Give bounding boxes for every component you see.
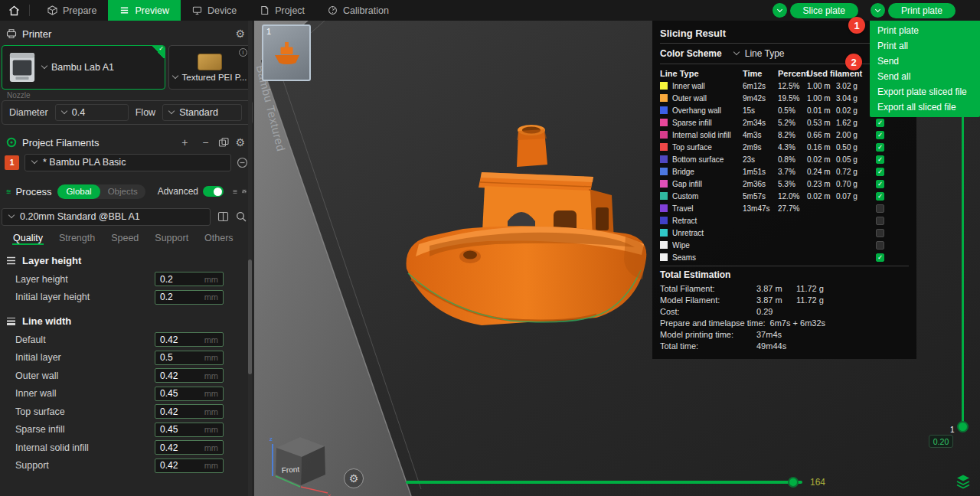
line-type-swatch: [660, 229, 668, 237]
line-type-name: Retract: [672, 217, 743, 225]
total-estimation-row: Cost: 0.29: [660, 305, 909, 317]
param-input[interactable]: 0.45 mm: [155, 423, 224, 437]
filament-select[interactable]: * Bambu PLA Basic: [24, 154, 231, 171]
print-menu-item[interactable]: Print all: [870, 38, 980, 54]
diameter-select[interactable]: 0.4: [55, 104, 129, 121]
tab-device[interactable]: Device: [181, 0, 248, 21]
process-tab-label: Others: [204, 233, 234, 243]
estimation-value-1: 6m7s + 6m32s: [770, 318, 825, 328]
param-input[interactable]: 0.42 mm: [155, 458, 224, 473]
process-tab[interactable]: Others: [198, 230, 240, 246]
slice-plate-button[interactable]: Slice plate: [790, 3, 858, 18]
tab-prepare[interactable]: Prepare: [36, 0, 108, 21]
line-type-checkbox[interactable]: ✓: [876, 155, 884, 164]
param-value: 0.2: [160, 274, 201, 285]
filament-name: * Bambu PLA Basic: [43, 157, 126, 168]
print-menu-item[interactable]: Send: [870, 54, 980, 69]
line-type-checkbox[interactable]: ✓: [876, 119, 884, 127]
estimation-value-1: 3.87 m: [756, 284, 796, 293]
process-tab[interactable]: Support: [148, 230, 195, 246]
line-type-length: 0.16 m: [807, 143, 836, 152]
layer-slider-handle[interactable]: [957, 421, 969, 432]
tab-project-label: Project: [275, 5, 305, 16]
add-filament-icon[interactable]: +: [177, 137, 192, 148]
printer-select[interactable]: ✓ Bambu Lab A1: [2, 45, 165, 90]
minus-circle-icon[interactable]: [237, 157, 248, 168]
line-type-checkbox[interactable]: ✓: [876, 131, 884, 139]
tab-calibration[interactable]: Calibration: [316, 0, 400, 21]
view-settings-button[interactable]: ⚙: [344, 468, 364, 488]
compare-preset-icon[interactable]: [217, 211, 229, 222]
estimation-value-1: 3.87 m: [756, 295, 796, 305]
list-icon[interactable]: [233, 188, 237, 196]
advanced-toggle[interactable]: [203, 186, 224, 197]
navigation-cube[interactable]: Front z x: [266, 427, 332, 496]
line-type-percent: 0.8%: [778, 155, 807, 164]
print-menu-item[interactable]: Print plate: [870, 23, 980, 38]
flow-select[interactable]: Standard: [162, 104, 242, 121]
move-slider-handle[interactable]: [788, 477, 799, 488]
plate-1-thumbnail[interactable]: 1: [262, 24, 311, 81]
line-type-checkbox[interactable]: ✓: [876, 168, 884, 176]
scrollbar-thumb[interactable]: [248, 259, 252, 374]
annotation-badge-2: 2: [845, 54, 862, 70]
tab-project[interactable]: Project: [248, 0, 316, 21]
tune-icon[interactable]: [242, 187, 247, 196]
section-title: Layer height: [22, 255, 81, 266]
benchy-model[interactable]: [396, 106, 660, 348]
line-type-checkbox[interactable]: ✓: [876, 253, 884, 262]
remove-filament-icon[interactable]: −: [198, 137, 213, 148]
move-slider-track[interactable]: [406, 481, 802, 484]
print-menu-item[interactable]: Export plate sliced file: [870, 84, 980, 100]
sync-filaments-icon[interactable]: [218, 137, 230, 148]
line-type-length: 1.00 m: [807, 94, 836, 103]
scope-global-button[interactable]: Global: [57, 184, 100, 199]
line-type-row: Wipe ✓: [660, 239, 909, 251]
param-input[interactable]: 0.42 mm: [155, 368, 224, 383]
print-menu-item[interactable]: Send all: [870, 69, 980, 84]
process-tab[interactable]: Quality: [6, 230, 50, 246]
search-icon[interactable]: [236, 211, 247, 222]
line-type-checkbox[interactable]: ✓: [876, 241, 884, 250]
param-input[interactable]: 0.42 mm: [155, 440, 224, 455]
param-input[interactable]: 0.2 mm: [155, 272, 224, 286]
line-type-checkbox[interactable]: ✓: [876, 217, 884, 225]
param-input[interactable]: 0.2 mm: [155, 290, 224, 305]
process-preset-select[interactable]: 0.20mm Standard @BBL A1: [2, 208, 211, 226]
process-tab[interactable]: Speed: [104, 230, 145, 246]
line-type-swatch: [660, 192, 668, 200]
param-input[interactable]: 0.5 mm: [155, 351, 224, 365]
line-type-weight: 2.00 g: [836, 131, 862, 139]
process-section-title: Process: [15, 186, 51, 197]
line-type-checkbox[interactable]: ✓: [876, 192, 884, 201]
line-type-checkbox[interactable]: ✓: [876, 204, 884, 213]
scope-objects-button[interactable]: Objects: [100, 187, 145, 196]
print-plate-button[interactable]: Print plate: [888, 3, 956, 18]
param-input[interactable]: 0.42 mm: [155, 404, 224, 419]
calibration-icon: [328, 5, 338, 15]
plate-type-select[interactable]: i Textured PEI P...: [168, 45, 251, 90]
line-type-row: Internal solid infill 4m3s 8.2% 0.66 m 2…: [660, 129, 909, 141]
param-row: Initial layer height 0.2 mm: [0, 289, 254, 307]
process-tab[interactable]: Strength: [52, 230, 102, 246]
line-type-checkbox[interactable]: ✓: [876, 180, 884, 188]
print-menu-item[interactable]: Export all sliced file: [870, 100, 980, 115]
print-options-dropdown-button[interactable]: [871, 3, 885, 18]
line-type-checkbox[interactable]: ✓: [876, 229, 884, 237]
printer-settings-gear-icon[interactable]: ⚙: [235, 28, 245, 40]
line-type-swatch: [660, 94, 668, 102]
param-input[interactable]: 0.45 mm: [155, 387, 224, 401]
slice-options-dropdown-button[interactable]: [773, 3, 787, 18]
sidebar-scrollbar[interactable]: [248, 21, 252, 496]
filament-settings-gear-icon[interactable]: ⚙: [235, 136, 245, 148]
param-input[interactable]: 0.42 mm: [155, 332, 224, 347]
layers-icon[interactable]: [956, 474, 971, 489]
chevron-down-icon: [875, 7, 880, 12]
info-icon[interactable]: i: [239, 48, 247, 57]
filament-slot-badge[interactable]: 1: [5, 155, 19, 170]
color-scheme-select[interactable]: Line Type: [734, 48, 785, 59]
home-button[interactable]: [0, 0, 28, 21]
tab-preview[interactable]: Preview: [108, 0, 180, 21]
line-type-checkbox[interactable]: ✓: [876, 143, 884, 152]
param-value: 0.42: [160, 460, 201, 471]
